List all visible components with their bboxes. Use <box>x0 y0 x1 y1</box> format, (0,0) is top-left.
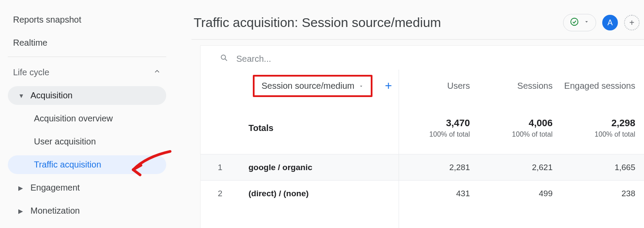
sidebar-item-acquisition-overview[interactable]: Acquisition overview <box>8 109 166 128</box>
table-row[interactable]: 2 (direct) / (none) 431 499 238 <box>201 180 644 206</box>
caret-right-icon: ▶ <box>18 208 23 215</box>
svg-line-2 <box>225 59 227 61</box>
row-dimension: google / organic <box>231 163 396 172</box>
dimension-label: Session source/medium <box>262 81 354 91</box>
report-panel: Search... Session source/medium + Users … <box>200 45 644 228</box>
row-index: 1 <box>201 163 231 172</box>
totals-sessions: 4,006 100% of total <box>479 117 561 138</box>
row-engaged: 1,665 <box>561 163 644 172</box>
sidebar-section-life-cycle[interactable]: Life cycle <box>8 63 166 82</box>
col-header-sessions[interactable]: Sessions <box>479 70 561 102</box>
table-row[interactable]: 1 google / organic 2,281 2,621 1,665 <box>201 154 644 180</box>
row-users: 431 <box>396 189 479 198</box>
header-actions: A + <box>563 14 640 31</box>
sidebar-item-user-acquisition[interactable]: User acquisition <box>8 132 166 151</box>
add-comparison-button[interactable]: + <box>624 15 640 30</box>
metric-sublabel: 100% of total <box>429 131 470 138</box>
divider <box>191 39 644 40</box>
page-header: Traffic acquisition: Session source/medi… <box>194 10 640 35</box>
row-users: 2,281 <box>396 163 479 172</box>
data-table: Session source/medium + Users Sessions E… <box>201 70 644 206</box>
page-title: Traffic acquisition: Session source/medi… <box>194 15 441 30</box>
sidebar-item-realtime[interactable]: Realtime <box>8 34 166 52</box>
sidebar-item-reports-snapshot[interactable]: Reports snapshot <box>8 10 166 29</box>
sidebar-item-label: Monetization <box>30 206 80 216</box>
search-icon <box>220 54 228 64</box>
sidebar-item-label: Traffic acquisition <box>34 160 101 170</box>
metric-sublabel: 100% of total <box>595 131 635 138</box>
sidebar-item-label: Reports snapshot <box>13 15 81 25</box>
caret-down-icon <box>584 19 590 27</box>
metric-value: 2,298 <box>611 117 635 129</box>
col-header-engaged-sessions[interactable]: Engaged sessions <box>561 70 644 102</box>
metric-value: 4,006 <box>529 117 553 129</box>
row-dimension: (direct) / (none) <box>231 189 396 198</box>
caret-down-icon: ▼ <box>18 92 23 99</box>
col-header-users[interactable]: Users <box>396 70 479 102</box>
sidebar-item-label: User acquisition <box>34 137 96 147</box>
row-sessions: 2,621 <box>479 163 561 172</box>
totals-engaged: 2,298 100% of total <box>561 117 644 138</box>
row-sessions: 499 <box>479 189 561 198</box>
col-index-header <box>201 70 231 102</box>
check-circle-icon <box>570 17 579 28</box>
sidebar-item-label: Acquisition overview <box>34 114 113 124</box>
divider <box>8 57 166 57</box>
column-divider <box>399 70 399 228</box>
sidebar-item-engagement[interactable]: ▶ Engagement <box>8 178 166 197</box>
sidebar-item-label: Acquisition <box>30 91 73 101</box>
avatar[interactable]: A <box>602 15 618 30</box>
caret-right-icon: ▶ <box>18 184 23 191</box>
row-engaged: 238 <box>561 189 644 198</box>
plus-icon: + <box>629 18 634 28</box>
metric-value: 3,470 <box>446 117 470 129</box>
metric-sublabel: 100% of total <box>512 131 553 138</box>
sidebar: Reports snapshot Realtime Life cycle ▼ A… <box>0 0 174 228</box>
add-dimension-button[interactable]: + <box>385 79 392 93</box>
svg-point-0 <box>571 18 578 26</box>
caret-down-icon <box>359 81 364 91</box>
dimension-dropdown[interactable]: Session source/medium <box>253 75 372 97</box>
search-placeholder: Search... <box>236 54 271 64</box>
sidebar-item-label: Engagement <box>30 183 80 193</box>
sidebar-item-label: Realtime <box>13 38 47 48</box>
sidebar-item-acquisition[interactable]: ▼ Acquisition <box>8 86 166 105</box>
sidebar-item-monetization[interactable]: ▶ Monetization <box>8 201 166 220</box>
totals-users: 3,470 100% of total <box>396 117 479 138</box>
row-index: 2 <box>201 189 231 198</box>
table-header-row: Session source/medium + Users Sessions E… <box>201 70 644 102</box>
sidebar-item-traffic-acquisition[interactable]: Traffic acquisition <box>8 155 166 174</box>
chevron-up-icon <box>153 67 161 77</box>
avatar-letter: A <box>607 18 613 27</box>
sidebar-section-label: Life cycle <box>13 67 49 77</box>
search-row[interactable]: Search... <box>201 46 644 70</box>
totals-row: Totals 3,470 100% of total 4,006 100% of… <box>201 102 644 154</box>
status-dropdown[interactable] <box>563 14 596 31</box>
totals-label: Totals <box>231 123 396 133</box>
svg-point-1 <box>221 55 225 59</box>
